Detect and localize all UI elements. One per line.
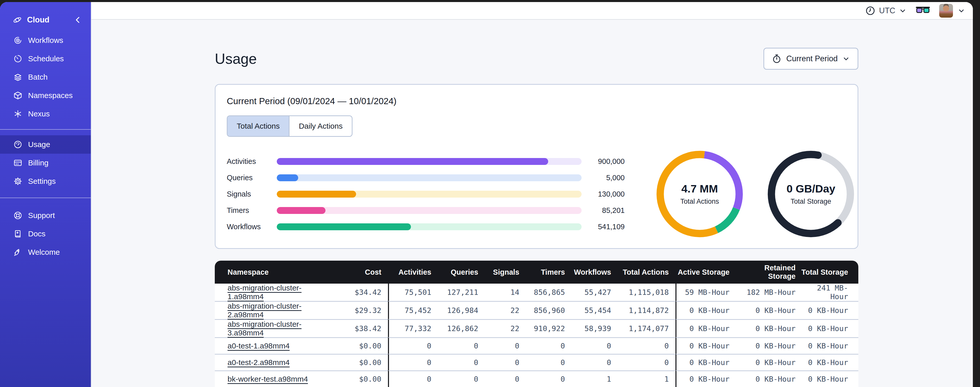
cost-cell: $29.32 xyxy=(332,301,388,319)
card-title: Current Period (09/01/2024 — 10/01/2024) xyxy=(227,96,846,106)
activities-cell: 75,452 xyxy=(388,301,438,319)
page-title: Usage xyxy=(215,50,257,67)
col-header-timers: Timers xyxy=(526,261,572,284)
col-header-activities: Activities xyxy=(388,261,438,284)
table-row: abs-migration-cluster-3.a98mm4 $38.42 77… xyxy=(215,319,858,337)
activities-bar xyxy=(277,158,582,165)
workflows-icon xyxy=(13,36,22,45)
tab-daily-actions[interactable]: Daily Actions xyxy=(289,116,352,136)
active-storage-cell: 0 KB-Hour xyxy=(675,319,735,337)
sidebar-item-welcome[interactable]: Welcome xyxy=(0,243,91,261)
retained-storage-cell: 0 KB-Hour xyxy=(735,370,801,387)
activities-cell: 75,501 xyxy=(388,284,438,301)
retained-storage-cell: 0 KB-Hour xyxy=(735,301,801,319)
total-storage-cell: 0 KB-Hour xyxy=(801,337,858,354)
retained-storage-cell: 182 MB-Hour xyxy=(735,284,801,301)
chevron-down-icon xyxy=(842,55,850,62)
stopwatch-icon xyxy=(772,54,781,64)
col-header-queries: Queries xyxy=(438,261,485,284)
sidebar-item-label: Billing xyxy=(28,158,48,167)
namespace-link[interactable]: bk-worker-test.a98mm4 xyxy=(228,375,308,383)
timers-cell: 0 xyxy=(526,370,572,387)
sidebar-item-usage[interactable]: Usage xyxy=(0,135,91,154)
total-storage-cell: 0 KB-Hour xyxy=(801,354,858,370)
retained-storage-cell: 0 KB-Hour xyxy=(735,354,801,370)
total-actions-cell: 1,114,872 xyxy=(618,301,675,319)
namespace-link[interactable]: abs-migration-cluster-3.a98mm4 xyxy=(228,320,302,337)
sidebar-item-workflows[interactable]: Workflows xyxy=(0,31,91,50)
namespace-cell: bk-worker-test.a98mm4 xyxy=(215,370,332,387)
retained-storage-cell: 0 KB-Hour xyxy=(735,337,801,354)
namespace-cell: abs-migration-cluster-1.a98mm4 xyxy=(215,284,332,301)
settings-icon xyxy=(13,177,22,186)
total-storage-cell: 0 KB-Hour xyxy=(801,370,858,387)
signals-cell: 0 xyxy=(485,337,526,354)
billing-icon xyxy=(13,158,22,168)
sidebar-item-nexus[interactable]: Nexus xyxy=(0,105,91,123)
namespace-link[interactable]: abs-migration-cluster-2.a98mm4 xyxy=(228,302,302,319)
bar-label: Queries xyxy=(227,174,277,182)
sidebar-item-support[interactable]: Support xyxy=(0,206,91,225)
namespace-link[interactable]: a0-test-2.a98mm4 xyxy=(228,358,290,366)
sidebar-item-label: Nexus xyxy=(28,110,50,118)
schedules-icon xyxy=(13,54,22,63)
signals-cell: 22 xyxy=(485,301,526,319)
signals-cell: 0 xyxy=(485,354,526,370)
total-storage-donut: 0 GB/Day Total Storage xyxy=(767,150,855,238)
usage-bar-chart: Activities 900,000 Queries 5,000 Signals xyxy=(227,153,625,235)
sidebar-divider xyxy=(0,198,91,198)
workflows-cell: 0 xyxy=(572,354,618,370)
signals-cell: 0 xyxy=(485,370,526,387)
sidebar-item-label: Docs xyxy=(28,229,45,238)
bar-row-timers: Timers 85,201 xyxy=(227,202,625,219)
period-selector-button[interactable]: Current Period xyxy=(764,48,858,70)
bar-row-activities: Activities 900,000 xyxy=(227,153,625,170)
sidebar-item-schedules[interactable]: Schedules xyxy=(0,50,91,68)
workflows-cell: 1 xyxy=(572,370,618,387)
bar-value: 541,109 xyxy=(582,222,625,231)
sidebar-item-label: Settings xyxy=(28,177,56,186)
namespace-link[interactable]: a0-test-1.a98mm4 xyxy=(228,342,290,350)
timezone-selector[interactable]: UTC xyxy=(865,6,907,16)
glasses-icon[interactable] xyxy=(916,6,930,15)
total-actions-cell: 0 xyxy=(618,337,675,354)
avatar[interactable] xyxy=(939,4,953,18)
bar-label: Workflows xyxy=(227,222,277,231)
account-menu[interactable] xyxy=(939,4,965,18)
clock-icon xyxy=(865,6,875,16)
sidebar-item-batch[interactable]: Batch xyxy=(0,68,91,86)
col-header-retained-storage: Retained Storage xyxy=(735,261,801,284)
cost-cell: $0.00 xyxy=(332,370,388,387)
col-header-signals: Signals xyxy=(485,261,526,284)
sidebar-item-namespaces[interactable]: Namespaces xyxy=(0,86,91,105)
tab-total-actions[interactable]: Total Actions xyxy=(228,116,289,136)
bar-row-queries: Queries 5,000 xyxy=(227,170,625,186)
docs-icon xyxy=(13,229,22,238)
sidebar-brand: Cloud xyxy=(13,12,82,27)
chevron-down-icon xyxy=(899,7,907,14)
topbar: UTC xyxy=(91,2,973,20)
sidebar-item-label: Batch xyxy=(28,73,48,82)
sidebar-item-settings[interactable]: Settings xyxy=(0,172,91,190)
batch-icon xyxy=(13,72,22,82)
timers-bar xyxy=(277,207,582,214)
bar-label: Activities xyxy=(227,157,277,166)
queries-cell: 0 xyxy=(438,370,485,387)
sidebar-item-billing[interactable]: Billing xyxy=(0,154,91,172)
namespace-link[interactable]: abs-migration-cluster-1.a98mm4 xyxy=(228,284,302,301)
timers-cell: 0 xyxy=(526,354,572,370)
activities-cell: 77,332 xyxy=(388,319,438,337)
period-selector-label: Current Period xyxy=(786,54,838,63)
sidebar-item-docs[interactable]: Docs xyxy=(0,225,91,243)
bar-value: 130,000 xyxy=(582,190,625,198)
signals-bar xyxy=(277,191,582,198)
sidebar-collapse-icon[interactable] xyxy=(73,16,82,24)
col-header-total-storage: Total Storage xyxy=(801,261,858,284)
active-storage-cell: 0 KB-Hour xyxy=(675,370,735,387)
total-actions-cell: 1,115,018 xyxy=(618,284,675,301)
col-header-namespace: Namespace xyxy=(215,261,332,284)
table-row: abs-migration-cluster-2.a98mm4 $29.32 75… xyxy=(215,301,858,319)
cost-cell: $34.42 xyxy=(332,284,388,301)
donut-label: Total Actions xyxy=(680,198,719,205)
activities-cell: 0 xyxy=(388,337,438,354)
